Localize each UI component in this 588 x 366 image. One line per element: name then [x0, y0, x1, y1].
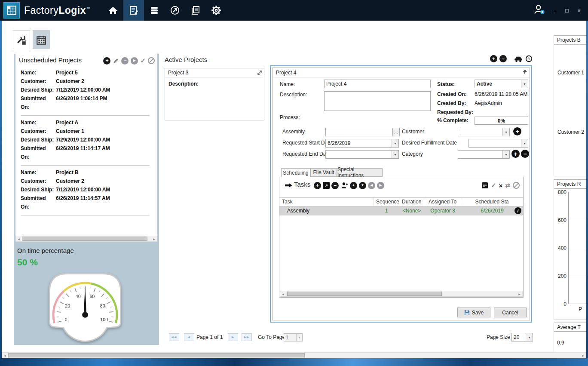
category-dropdown[interactable]: ▼: [458, 150, 510, 159]
category-label: Customer 2: [557, 129, 584, 135]
first-page-button[interactable]: ◀◀: [169, 333, 179, 341]
next-page-button[interactable]: ▶: [228, 333, 238, 341]
description-label: Description:: [280, 92, 307, 98]
clear-tasks-button[interactable]: ×: [499, 182, 503, 189]
assembly-browse-button[interactable]: …: [392, 128, 400, 136]
y-tick: 400: [554, 245, 567, 251]
customer-dropdown[interactable]: ▼: [458, 128, 510, 136]
schedule-tasks-icon[interactable]: [481, 182, 488, 189]
main-horizontal-scrollbar[interactable]: ◀ ▶: [2, 352, 586, 358]
add-project-button[interactable]: +: [103, 57, 110, 65]
documents-button[interactable]: [185, 0, 206, 21]
gauge-tick-100: 100: [100, 317, 108, 322]
block-tasks-button[interactable]: [513, 182, 520, 189]
page-size-label: Page Size: [487, 334, 510, 340]
apply-tasks-button[interactable]: ✓: [491, 181, 496, 189]
add-active-project-button[interactable]: +: [490, 55, 497, 62]
remove-active-project-button[interactable]: −: [499, 55, 507, 62]
previous-page-button[interactable]: ◀: [184, 333, 194, 341]
remove-category-button[interactable]: −: [521, 150, 529, 158]
description-input[interactable]: [324, 91, 431, 111]
save-button[interactable]: Save: [457, 308, 490, 317]
projects-by-panel: [554, 44, 586, 176]
sequence-cell: 1: [374, 206, 399, 215]
scroll-left-arrow[interactable]: ◀: [2, 353, 8, 358]
promote-project-button[interactable]: ▶: [131, 57, 138, 65]
planning-button[interactable]: [123, 0, 144, 21]
settings-button[interactable]: [206, 0, 227, 21]
unscheduled-project-item[interactable]: Name:Project 5 Customer:Customer 2 Desir…: [21, 66, 150, 116]
status-dropdown[interactable]: Active ▼: [475, 80, 528, 88]
average-title: Average T: [557, 324, 581, 330]
scroll-right-arrow[interactable]: ▶: [580, 353, 586, 358]
task-move-left-button[interactable]: ◀: [368, 182, 375, 189]
user-button[interactable]: [533, 3, 546, 17]
materials-button[interactable]: [144, 0, 165, 21]
cancel-button[interactable]: Cancel: [494, 308, 527, 317]
last-page-button[interactable]: ▶▶: [242, 333, 252, 341]
accept-project-button[interactable]: ✓: [140, 57, 146, 65]
tab-scheduling[interactable]: [33, 30, 50, 49]
pin-icon[interactable]: [522, 69, 527, 75]
projects-by-panel-header[interactable]: Projects B: [554, 35, 586, 44]
task-remove-button[interactable]: −: [331, 182, 339, 189]
assembly-input[interactable]: [325, 128, 393, 136]
expand-icon[interactable]: [257, 70, 262, 75]
unscheduled-project-item[interactable]: Name:Project A Customer:Customer 1 Desir…: [21, 116, 150, 166]
status-label: Status:: [437, 81, 455, 87]
customer-label: Customer: [402, 129, 424, 135]
average-panel-header[interactable]: Average T: [554, 323, 586, 332]
scrollbar-thumb[interactable]: [8, 353, 305, 357]
desired-fulfillment-date-dropdown[interactable]: ▼: [469, 139, 528, 148]
scrollbar-thumb[interactable]: [22, 237, 147, 241]
y-tick: 600: [554, 217, 567, 223]
resources-icon[interactable]: [514, 55, 523, 62]
requested-start-date-dropdown[interactable]: 6/26/2019 ▼: [325, 139, 399, 148]
projects-chart-panel-header[interactable]: Projects R: [554, 179, 586, 188]
x-axis-line: [569, 304, 586, 304]
page-size-dropdown[interactable]: 20 ▼: [511, 333, 533, 341]
swap-tasks-button[interactable]: ⇄: [505, 182, 510, 189]
history-clock-icon[interactable]: [525, 55, 533, 62]
gauge-tick-80: 80: [100, 303, 105, 308]
gridline: [569, 248, 586, 248]
name-input[interactable]: [324, 80, 431, 88]
main-window: Unscheduled Projects + − ▶ ✓ Name:Projec…: [2, 21, 586, 358]
scroll-left-arrow[interactable]: ◀: [16, 236, 21, 241]
scroll-right-arrow[interactable]: ▶: [517, 291, 522, 296]
close-button[interactable]: ×: [576, 7, 582, 14]
tab-scheduling-inner[interactable]: Scheduling: [281, 168, 310, 177]
gridline: [569, 220, 586, 220]
production-button[interactable]: [165, 0, 185, 21]
task-row[interactable]: Assembly 1 <None> Operator 3 6/26/2019 i: [279, 206, 523, 215]
project-3-card[interactable]: Project 3 Description:: [165, 68, 264, 120]
remove-project-button[interactable]: −: [121, 57, 129, 65]
unscheduled-horizontal-scrollbar[interactable]: ◀ ▶: [15, 236, 157, 242]
minimize-button[interactable]: –: [552, 7, 558, 14]
add-category-button[interactable]: +: [511, 150, 520, 158]
tasks-arrow-icon: [284, 182, 293, 188]
tab-administration[interactable]: [13, 30, 30, 49]
task-add-button[interactable]: +: [314, 182, 321, 189]
unscheduled-project-item[interactable]: Name:Project B Customer:Customer 2 Desir…: [21, 166, 150, 215]
tab-special-instructions[interactable]: Special Instructions: [337, 168, 383, 177]
task-move-down-button[interactable]: ▼: [359, 182, 366, 189]
requested-end-date-dropdown[interactable]: ▼: [325, 150, 399, 159]
scroll-right-arrow[interactable]: ▶: [151, 236, 157, 241]
tasks-horizontal-scrollbar[interactable]: ◀ ▶: [280, 291, 523, 297]
task-assign-button[interactable]: ↗: [323, 182, 330, 189]
task-operator-icon[interactable]: [340, 181, 348, 189]
home-button[interactable]: [103, 0, 123, 21]
maximize-button[interactable]: □: [564, 7, 570, 14]
scrollbar-thumb[interactable]: [287, 292, 442, 296]
add-customer-button[interactable]: +: [513, 127, 521, 135]
task-move-up-button[interactable]: ▲: [350, 182, 357, 189]
task-info-icon[interactable]: i: [514, 207, 521, 214]
chevron-down-icon: ▼: [296, 334, 302, 341]
scroll-left-arrow[interactable]: ◀: [280, 291, 286, 296]
cancel-project-button[interactable]: [148, 57, 155, 64]
edit-project-pencil-icon[interactable]: [113, 58, 119, 64]
tab-file-vault[interactable]: File Vault: [310, 168, 337, 177]
go-to-page-input[interactable]: 1 ▼: [284, 333, 303, 341]
task-move-right-button[interactable]: ▶: [377, 182, 384, 189]
